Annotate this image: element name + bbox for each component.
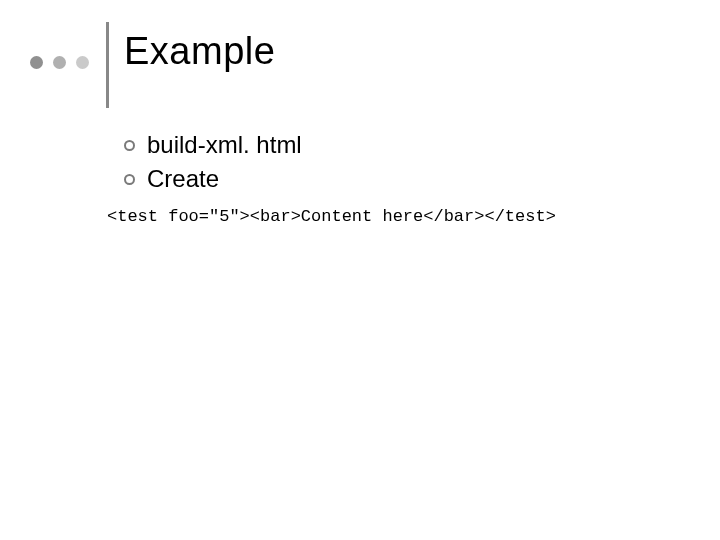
slide: Example build-xml. html Create <test foo…: [0, 0, 720, 540]
dot-icon: [53, 56, 66, 69]
list-item: Create: [124, 162, 302, 196]
list-item: build-xml. html: [124, 128, 302, 162]
decorative-dots: [30, 56, 89, 69]
code-snippet: <test foo="5"><bar>Content here</bar></t…: [107, 207, 556, 226]
dot-icon: [76, 56, 89, 69]
bullet-icon: [124, 174, 135, 185]
bullet-list: build-xml. html Create: [124, 128, 302, 196]
title-divider: [106, 22, 109, 108]
list-item-label: Create: [147, 162, 219, 196]
bullet-icon: [124, 140, 135, 151]
dot-icon: [30, 56, 43, 69]
slide-title: Example: [124, 30, 275, 73]
list-item-label: build-xml. html: [147, 128, 302, 162]
